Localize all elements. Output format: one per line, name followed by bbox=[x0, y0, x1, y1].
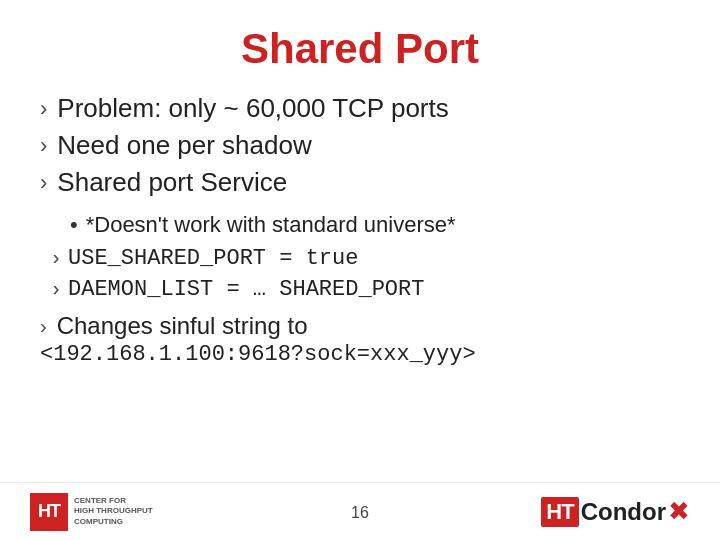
page-number: 16 bbox=[351, 504, 369, 522]
ht-logo: HT CENTER FOR HIGH THROUGHPUT COMPUTING bbox=[30, 493, 153, 531]
code-text-1: USE_SHARED_PORT = true bbox=[68, 246, 358, 271]
bullet-text-1: Problem: only ~ 60,000 TCP ports bbox=[57, 93, 448, 124]
htcondor-ht-label: HT bbox=[541, 497, 578, 527]
bullet-item-2: › Need one per shadow bbox=[40, 130, 680, 161]
bullet-arrow-2: › bbox=[40, 133, 47, 159]
slide-title: Shared Port bbox=[40, 25, 680, 73]
ht-line3: COMPUTING bbox=[74, 517, 153, 527]
bullet-arrow-3: › bbox=[40, 170, 47, 196]
sub-note: • *Doesn't work with standard universe* bbox=[70, 212, 680, 238]
ht-box: HT bbox=[30, 493, 68, 531]
ht-label: HT bbox=[38, 501, 60, 522]
code-text-2: DAEMON_LIST = … SHARED_PORT bbox=[68, 277, 424, 302]
htcondor-condor-label: Condor bbox=[581, 498, 666, 526]
code-arrow-1: › bbox=[50, 247, 62, 270]
bullet-item-3: › Shared port Service bbox=[40, 167, 680, 198]
bullet-text-2: Need one per shadow bbox=[57, 130, 311, 161]
sub-note-text: *Doesn't work with standard universe* bbox=[86, 212, 456, 238]
ht-line1: CENTER FOR bbox=[74, 496, 153, 506]
ht-line2: HIGH THROUGHPUT bbox=[74, 506, 153, 516]
htcondor-ht-box: HT bbox=[541, 497, 578, 527]
bullet-text-3: Shared port Service bbox=[57, 167, 287, 198]
code-line-1: › USE_SHARED_PORT = true bbox=[50, 246, 680, 271]
address-line: <192.168.1.100:9618?sock=xxx_yyy> bbox=[40, 342, 680, 367]
code-arrow-2: › bbox=[50, 278, 62, 301]
htcondor-logo: HT Condor ✖ bbox=[541, 496, 690, 527]
sub-bullet-dot: • bbox=[70, 212, 78, 238]
htcondor-bird-icon: ✖ bbox=[668, 496, 690, 527]
bullet-arrow-1: › bbox=[40, 96, 47, 122]
code-line-2: › DAEMON_LIST = … SHARED_PORT bbox=[50, 277, 680, 302]
changes-label: Changes sinful string to bbox=[57, 312, 308, 340]
footer: HT CENTER FOR HIGH THROUGHPUT COMPUTING … bbox=[0, 482, 720, 540]
changes-arrow: › bbox=[40, 315, 47, 338]
slide: Shared Port › Problem: only ~ 60,000 TCP… bbox=[0, 0, 720, 540]
bullet-item-1: › Problem: only ~ 60,000 TCP ports bbox=[40, 93, 680, 124]
changes-line: › Changes sinful string to bbox=[40, 312, 680, 340]
ht-text: CENTER FOR HIGH THROUGHPUT COMPUTING bbox=[74, 496, 153, 527]
bullet-list: › Problem: only ~ 60,000 TCP ports › Nee… bbox=[40, 93, 680, 204]
